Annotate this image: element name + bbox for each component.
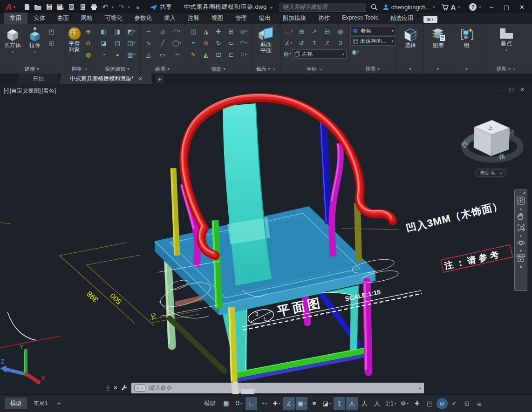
tab-featured-apps[interactable]: 精选应用 [384, 13, 420, 24]
offset-edges-icon[interactable]: ◕ [111, 49, 124, 60]
panel-label-layers[interactable]: ▾ [424, 65, 452, 74]
chair-side-post-olive[interactable] [357, 203, 359, 261]
panel-label-view[interactable]: 视图▾ [348, 65, 396, 74]
file-tab-add-button[interactable]: + [156, 75, 164, 83]
drawing-restore-button[interactable]: ▢ [509, 87, 513, 93]
save-to-web-icon[interactable] [78, 2, 88, 12]
isoplane-icon[interactable]: ✚▾ [271, 397, 282, 410]
annotation-monitor-icon[interactable]: 人 [371, 397, 383, 410]
workspace-icon[interactable]: ⚙▾ [399, 397, 410, 410]
tab-manage[interactable]: 管理 [229, 13, 253, 24]
groups-expand-icon[interactable]: ▾ [465, 67, 468, 71]
tab-insert[interactable]: 插入 [158, 13, 182, 24]
tab-visualize[interactable]: 可视化 [99, 13, 129, 24]
navbar-customize-icon[interactable]: ⊖ [519, 265, 522, 269]
clean-screen-icon[interactable]: ⊡ [461, 397, 473, 410]
base-view-expand-icon[interactable]: ▾ [508, 67, 511, 71]
union-icon[interactable]: ◧ [97, 26, 110, 37]
orbit-dropdown-icon[interactable]: ▾ [520, 249, 522, 253]
redo-icon[interactable]: ↷ [116, 2, 127, 12]
viewport-minus-control[interactable]: [-] [4, 87, 9, 95]
open-file-icon[interactable] [33, 2, 43, 12]
maximize-button[interactable]: ▢ [504, 4, 509, 11]
command-customize-icon[interactable] [121, 385, 128, 392]
chair-rear-leg[interactable] [165, 256, 172, 346]
command-prompt-icon[interactable]: >_▾ [134, 385, 145, 392]
osnap-icon-arrow[interactable]: ▾ [304, 402, 306, 405]
search-button[interactable] [371, 4, 378, 11]
layout-tab-model[interactable]: 模型 [5, 398, 27, 409]
close-button[interactable]: ✕ [519, 4, 525, 11]
panel-label-selection[interactable]: ▾ [397, 65, 423, 74]
zoom-extents-icon[interactable] [517, 223, 525, 233]
reference-note[interactable]: 注：请参考 [441, 245, 512, 272]
panel-label-modify[interactable]: 修改▾ [185, 65, 251, 74]
ucs-object-icon[interactable]: ↗ [308, 26, 321, 37]
presspull-small-icon[interactable]: ◱ [47, 37, 56, 48]
ucs-icon[interactable]: ∟▾ [282, 26, 295, 37]
undo-arrow-icon[interactable]: ▾ [112, 5, 114, 9]
subtract-icon[interactable]: ◨ [111, 26, 124, 37]
copy-icon[interactable]: ⊞ [225, 26, 237, 37]
tab-mesh[interactable]: 网格 [75, 13, 99, 24]
viewport-controls-arrow-icon[interactable]: ▾ [357, 50, 359, 54]
chair-dark-stretcher[interactable] [170, 318, 224, 371]
ribbon-display-toggle[interactable]: ▣▾ [423, 16, 437, 23]
command-close-icon[interactable]: ✕ [113, 385, 118, 391]
file-tab-document[interactable]: 中式家具圈椅建模和渲染* ✕ [60, 74, 153, 84]
isoplane-icon-arrow[interactable]: ▾ [279, 402, 280, 405]
navbar-close-icon[interactable]: ✕ [523, 191, 526, 195]
customize-icon[interactable]: ≣ [474, 397, 485, 410]
viewcube-cube[interactable]: 上 [474, 120, 510, 156]
polygon-icon[interactable]: △ [142, 49, 155, 60]
ortho-icon[interactable]: ∟ [246, 397, 257, 410]
circle-icon[interactable]: ◯▾ [170, 37, 184, 48]
section-bubble[interactable]: 3 1 [247, 307, 275, 325]
smooth-object-button[interactable]: 平滑 对象 [66, 26, 82, 53]
new-file-icon[interactable] [22, 2, 32, 12]
navigation-wheel-icon[interactable] [517, 196, 525, 207]
panel-label-mesh[interactable]: 网格↘ [64, 65, 95, 74]
drawing-canvas[interactable]: 398 500 70 8 Y X Z [0, 84, 532, 394]
otrack-icon[interactable]: ∠ [283, 397, 295, 410]
view-expand-icon[interactable]: ▾ [377, 67, 380, 71]
ucs-named-icon[interactable]: ⊠▾ [282, 48, 292, 60]
rotate-icon[interactable]: ↻ [212, 37, 225, 48]
tab-parametric[interactable]: 参数化 [129, 13, 158, 24]
red-construction-line[interactable] [0, 336, 61, 348]
drawing-minimize-button[interactable]: — [497, 87, 502, 93]
redo-arrow-icon[interactable]: ▾ [128, 5, 130, 9]
section-expand-icon[interactable]: ▾ [268, 67, 270, 71]
viewcube-top-face-label[interactable]: 上 [488, 125, 493, 130]
box-button[interactable]: 长方体 ▾ [2, 26, 23, 55]
osnap-icon[interactable]: ▣▾ [296, 397, 307, 410]
model-space-toggle[interactable]: 模型 [204, 399, 215, 407]
save-as-icon[interactable] [55, 2, 66, 12]
workspace-icon-arrow[interactable]: ▾ [407, 402, 409, 405]
interfere-icon-arrow[interactable]: ▾ [134, 41, 136, 45]
security-status-icon[interactable]: ✔ [449, 397, 460, 410]
tab-annotate[interactable]: 注释 [182, 13, 205, 24]
ucs-view-icon[interactable]: ⊟ [321, 26, 334, 37]
imprint-icon-arrow[interactable]: ▾ [134, 53, 136, 56]
wcs-menu[interactable]: 未命名 ▾ [476, 169, 506, 177]
tab-output[interactable]: 输出 [253, 13, 277, 24]
ucs-icon-arrow[interactable]: ▾ [291, 29, 293, 33]
command-input[interactable] [148, 385, 416, 391]
mirror-icon[interactable]: ◫ [187, 26, 199, 37]
ucs-z-axis-icon[interactable]: Z [321, 37, 334, 48]
ucs-x-icon-arrow[interactable]: ▾ [291, 41, 293, 45]
polysolid-icon[interactable]: ◰ [47, 26, 56, 37]
smooth-less-icon[interactable]: ⊖ [83, 37, 93, 48]
panel-label-coordinates[interactable]: 坐标↘ [280, 65, 348, 74]
ucs-3point-icon[interactable]: 3 [334, 37, 347, 48]
store-arrow-icon[interactable]: ▾ [458, 5, 460, 9]
stretch-icon[interactable]: ⊏ [225, 49, 237, 60]
app-menu-button[interactable]: A [3, 2, 13, 12]
trim-icon[interactable]: ⊘▾ [238, 26, 250, 37]
command-grip-handle[interactable]: ⣿ [106, 385, 109, 391]
annotation-scale-button[interactable]: 1:1▾ [384, 397, 398, 410]
tab-home[interactable]: 常用 [4, 13, 27, 24]
ribbon-toggle-arrow-icon[interactable]: ▾ [431, 17, 433, 21]
ellipse-icon-arrow[interactable]: ▾ [178, 53, 180, 56]
